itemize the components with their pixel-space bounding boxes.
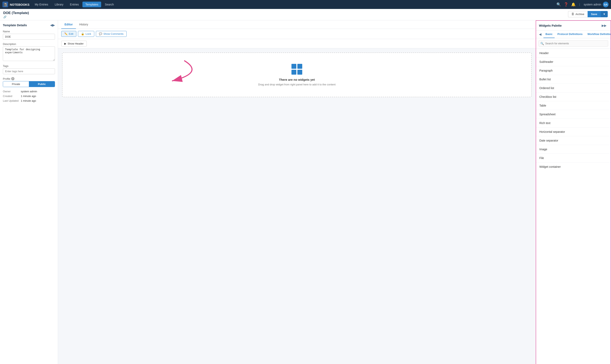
profile-toggle: Private Public [3,81,55,87]
palette-tab-workflow[interactable]: Workflow Definitio… [585,30,611,38]
nav-library[interactable]: Library [52,2,66,7]
archive-icon: 🗄 [571,13,574,16]
edit-button[interactable]: ✏️ Edit [61,31,76,37]
palette-item[interactable]: Image [536,145,611,154]
palette-search-input[interactable] [539,40,608,47]
icon-cell-1 [291,64,296,69]
tags-label: Tags [3,65,55,67]
palette-item[interactable]: Date separator [536,136,611,145]
palette-tabs: ◀ Basic Protocol Definitions Workflow De… [536,30,611,38]
name-input[interactable] [3,34,55,40]
nav-my-entries[interactable]: My Entries [32,2,51,7]
notebook-icon: 📓 [2,2,8,7]
palette-item[interactable]: Checkbox list [536,92,611,101]
palette-item[interactable]: File [536,154,611,162]
nav-user[interactable]: system admin SA [584,2,609,7]
nav-templates[interactable]: Templates [82,2,101,7]
description-textarea[interactable]: Template for designing experiments [3,46,55,61]
save-dropdown-button[interactable]: ▼ [601,11,608,17]
updated-label: Last Updated [3,99,19,102]
top-nav: 📓 NOTEBOOKS My Entries Library Entries T… [0,0,611,9]
search-icon[interactable]: 🔍 [557,2,561,7]
palette-item[interactable]: Widget container [536,162,611,171]
palette-item[interactable]: Paragraph [536,66,611,75]
created-row: Created 1 minute ago [3,95,55,98]
palette-title: Widgets Palette [539,24,562,27]
profile-help-icon[interactable]: ? [11,77,14,80]
canvas-empty-title: There are no widgets yet [279,78,315,81]
page-link[interactable]: 🔗 [3,15,7,18]
nav-entries[interactable]: Entries [67,2,82,7]
tab-editor[interactable]: Editor [61,20,76,29]
editor-content: There are no widgets yet Drag and drop w… [58,48,536,364]
canvas-icon [291,64,302,75]
editor-tabs: Editor History [58,20,536,29]
palette-item[interactable]: Horizontal separator [536,128,611,136]
icon-cell-4 [297,70,302,75]
help-icon[interactable]: ❓ [564,2,568,7]
created-label: Created [3,95,19,98]
owner-label: Owner [3,90,19,93]
icon-cell-2 [297,64,302,69]
page-title: DOE (Template) [3,11,29,15]
palette-tab-basic[interactable]: Basic [543,30,555,38]
description-label: Description [3,42,55,46]
sidebar-collapse-button[interactable]: ◀▶ [50,23,55,27]
profile-public-button[interactable]: Public [29,81,55,87]
profile-field-group: Profile ? Private Public [3,77,55,87]
page-title-block: DOE (Template) 🔗 [3,11,29,18]
name-field-group: Name [3,30,55,40]
chevron-down-icon: ▼ [603,13,606,16]
palette-item[interactable]: Rich text [536,119,611,128]
chevron-right-icon: ▶ [64,42,66,45]
palette-search-wrap: 🔍 [539,40,608,47]
center-panel: Editor History ✏️ Edit 🔒 Lock 💬 Show Com… [58,20,536,364]
comment-icon: 💬 [99,32,102,35]
editor-subbar: ▶ Show Header [58,39,536,48]
owner-row: Owner system admin [3,90,55,93]
created-value: 1 minute ago [21,95,36,98]
palette-item[interactable]: Table [536,101,611,110]
palette-header: Widgets Palette ▶▶ [536,21,611,30]
edit-icon: ✏️ [64,32,68,35]
palette-search-icon: 🔍 [540,42,544,45]
canvas-empty-subtitle: Drag and drop widget from right panel he… [258,83,335,86]
show-header-button[interactable]: ▶ Show Header [61,41,87,47]
link-icon: 🔗 [3,15,7,18]
nav-search[interactable]: Search [102,2,117,7]
tags-input[interactable] [3,68,55,74]
tags-field-group: Tags [3,65,55,74]
palette-item[interactable]: Bullet list [536,75,611,84]
page-header: DOE (Template) 🔗 🗄 Archive Save ▼ [0,9,611,20]
tab-history[interactable]: History [76,20,91,29]
nav-logo-text: NOTEBOOKS [10,3,29,6]
name-label: Name [3,30,55,33]
left-sidebar: Template Details ◀▶ Name Description Tem… [0,20,58,364]
palette-collapse-button[interactable]: ▶▶ [600,23,608,28]
sidebar-title: Template Details [3,23,27,27]
notifications-icon[interactable]: 🔔 [571,2,576,7]
palette-item[interactable]: Subheader [536,58,611,66]
palette-item[interactable]: Ordered list [536,84,611,92]
save-button[interactable]: Save [588,11,601,17]
widgets-palette: Widgets Palette ▶▶ ◀ Basic Protocol Defi… [536,20,611,364]
page-actions: 🗄 Archive Save ▼ [568,11,608,17]
nav-avatar: SA [603,2,609,7]
description-field-group: Description Template for designing exper… [3,42,55,62]
lock-button[interactable]: 🔒 Lock [78,31,94,37]
palette-prev-tab[interactable]: ◀ [538,32,543,37]
nav-divider: | [579,3,580,6]
updated-value: 1 minute ago [21,99,36,102]
nav-logo[interactable]: 📓 NOTEBOOKS [2,2,29,7]
main-layout: Template Details ◀▶ Name Description Tem… [0,20,611,364]
lock-icon: 🔒 [81,32,84,35]
palette-tab-protocol[interactable]: Protocol Definitions [556,30,585,38]
editor-toolbar: ✏️ Edit 🔒 Lock 💬 Show Comments [58,29,536,39]
profile-private-button[interactable]: Private [3,81,29,87]
palette-item[interactable]: Spreadsheet [536,110,611,119]
palette-search-area: 🔍 [536,38,611,49]
empty-canvas: There are no widgets yet Drag and drop w… [62,52,532,97]
palette-item[interactable]: Header [536,49,611,58]
archive-button[interactable]: 🗄 Archive [568,11,587,17]
show-comments-button[interactable]: 💬 Show Comments [96,31,127,37]
